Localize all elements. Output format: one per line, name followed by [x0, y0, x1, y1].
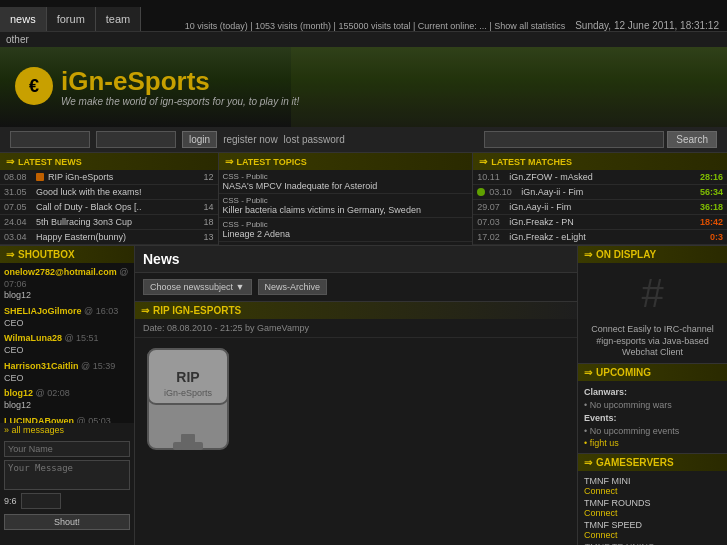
- news-date: 08.08: [4, 172, 32, 182]
- shout-text: CEO: [4, 318, 24, 328]
- shout-user: onelow2782@hotmail.com: [4, 267, 117, 277]
- date-display: Sunday, 12 June 2011, 18:31:12: [575, 20, 719, 31]
- topic-category: CSS - Public: [223, 220, 469, 229]
- shout-text: CEO: [4, 373, 24, 383]
- on-display-section: ON DISPLAY # Connect Easily to IRC-chann…: [578, 246, 727, 364]
- captcha-input[interactable]: 2,9,2: [21, 493, 61, 509]
- news-count: 13: [198, 232, 214, 242]
- news-title[interactable]: Good luck with the exams!: [36, 187, 194, 197]
- irc-icon: #: [578, 263, 727, 324]
- shout-message-input[interactable]: [4, 460, 130, 490]
- news-article-header: RIP IGN-ESPORTS: [135, 302, 577, 319]
- news-title[interactable]: 5th Bullracing 3on3 Cup: [36, 217, 194, 227]
- news-count: 12: [198, 172, 214, 182]
- on-display-text: Connect Easily to IRC-channel #ign-espor…: [578, 324, 727, 363]
- fight-us-link[interactable]: • fight us: [584, 437, 721, 449]
- password-input[interactable]: [96, 131, 176, 148]
- upcoming-content: Clanwars: • No upcomming wars Events: • …: [578, 381, 727, 453]
- topic-title[interactable]: Lineage 2 Adena: [223, 229, 469, 239]
- search-button[interactable]: Search: [667, 131, 717, 148]
- news-icon: [36, 173, 44, 181]
- clanwars-text: • No upcomming wars: [584, 399, 721, 411]
- lost-password-link[interactable]: lost password: [284, 134, 345, 145]
- register-link[interactable]: register now: [223, 134, 277, 145]
- table-row: 03.04 Happy Eastern(bunny) 13: [0, 230, 218, 245]
- fight-us-anchor[interactable]: • fight us: [584, 438, 619, 448]
- shoutbox-messages[interactable]: onelow2782@hotmail.com @ 07:06 blog12 SH…: [0, 263, 134, 423]
- logo-text: iGn-eSports: [61, 68, 299, 94]
- match-teams[interactable]: iGn.Freakz - PN: [509, 217, 689, 227]
- match-teams[interactable]: iGn.Aay-ii - Fim: [509, 202, 689, 212]
- sub-navigation: other: [0, 32, 727, 47]
- gameserver-connect[interactable]: Connect: [584, 530, 618, 540]
- match-score: 36:18: [693, 202, 723, 212]
- list-item: CSS - Public Lineage 2 Adena: [219, 218, 473, 242]
- choose-newssubject-button[interactable]: Choose newssubject ▼: [143, 279, 252, 295]
- nav-tab-news[interactable]: news: [0, 7, 47, 31]
- shout-message: Harrison31Caitlin @ 15:39 CEO: [4, 361, 130, 384]
- top-navigation: news forum team 10 visits (today) | 1053…: [0, 0, 727, 32]
- news-title[interactable]: RIP iGn-eSports: [48, 172, 194, 182]
- table-row: 07.03 iGn.Freakz - PN 18:42: [473, 215, 727, 230]
- news-date: 24.04: [4, 217, 32, 227]
- nav-tab-team[interactable]: team: [96, 7, 141, 31]
- news-controls: Choose newssubject ▼ News-Archive: [135, 273, 577, 302]
- latest-news-panel: LATEST NEWS 08.08 RIP iGn-eSports 12 31.…: [0, 153, 219, 245]
- latest-news-header: LATEST NEWS: [0, 153, 218, 170]
- news-count: 18: [198, 217, 214, 227]
- shout-message: LUCINDABowen @ 05:03: [4, 416, 130, 423]
- shout-time: 15:51: [76, 333, 99, 343]
- username-input[interactable]: [10, 131, 90, 148]
- events-text: • No upcomming events: [584, 425, 721, 437]
- search-input[interactable]: [484, 131, 664, 148]
- shout-submit-button[interactable]: Shout!: [4, 514, 130, 530]
- svg-text:iGn-eSports: iGn-eSports: [164, 388, 213, 398]
- shout-name-input[interactable]: [4, 441, 130, 457]
- news-title[interactable]: Call of Duty - Black Ops [..: [36, 202, 194, 212]
- gameserver-name: TMNF ROUNDS: [584, 498, 721, 508]
- topic-title[interactable]: NASA's MPCV Inadequate for Asteroid: [223, 181, 469, 191]
- list-item: TMNF SPEED Connect: [584, 519, 721, 541]
- other-tab[interactable]: other: [6, 34, 29, 45]
- news-archive-button[interactable]: News-Archive: [258, 279, 328, 295]
- shout-message: blog12 @ 02:08 blog12: [4, 388, 130, 411]
- latest-topics-header: LATEST TOPICS: [219, 153, 473, 170]
- choose-newssubject-label: Choose newssubject: [150, 282, 233, 292]
- match-dot: [477, 188, 485, 196]
- login-button[interactable]: login: [182, 131, 217, 148]
- site-stats: 10 visits (today) | 1053 visits (month) …: [185, 21, 566, 31]
- shout-user: Harrison31Caitlin: [4, 361, 79, 371]
- news-date: 03.04: [4, 232, 32, 242]
- nav-tab-forum[interactable]: forum: [47, 7, 96, 31]
- match-date: 03.10: [489, 187, 517, 197]
- table-row: 31.05 Good luck with the exams!: [0, 185, 218, 200]
- latest-matches-list: 10.11 iGn.ZFOW - mAsked 28:16 03.10 iGn.…: [473, 170, 727, 245]
- shout-time: 16:03: [96, 306, 119, 316]
- shout-message: SHELIAJoGilmore @ 16:03 CEO: [4, 306, 130, 329]
- gameserver-connect[interactable]: Connect: [584, 486, 618, 496]
- on-display-header: ON DISPLAY: [578, 246, 727, 263]
- news-section-title: News: [135, 246, 577, 273]
- shout-time: @: [119, 267, 128, 277]
- match-teams[interactable]: iGn.Aay-ii - Fim: [521, 187, 689, 197]
- shout-time: 05:03: [88, 416, 111, 423]
- upcoming-section: UPCOMING Clanwars: • No upcomming wars E…: [578, 364, 727, 454]
- right-sidebar: ON DISPLAY # Connect Easily to IRC-chann…: [577, 246, 727, 545]
- shoutbox-form: 9:6 2,9,2 Shout!: [0, 437, 134, 534]
- match-score: 56:34: [693, 187, 723, 197]
- topic-title[interactable]: Killer bacteria claims victims in German…: [223, 205, 469, 215]
- match-date: 29.07: [477, 202, 505, 212]
- match-teams[interactable]: iGn.ZFOW - mAsked: [509, 172, 689, 182]
- shout-time: @: [64, 333, 76, 343]
- gameserver-connect[interactable]: Connect: [584, 508, 618, 518]
- dropdown-icon: ▼: [236, 282, 245, 292]
- gameserver-name: TMNF MINI: [584, 476, 721, 486]
- shout-text: blog12: [4, 400, 31, 410]
- all-messages-link[interactable]: » all messages: [0, 423, 134, 437]
- search-area: Search: [484, 131, 717, 148]
- shout-time: @: [84, 306, 96, 316]
- news-title[interactable]: Happy Eastern(bunny): [36, 232, 194, 242]
- match-teams[interactable]: iGn.Freakz - eLight: [509, 232, 689, 242]
- svg-text:RIP: RIP: [176, 369, 199, 385]
- table-row: 29.07 iGn.Aay-ii - Fim 36:18: [473, 200, 727, 215]
